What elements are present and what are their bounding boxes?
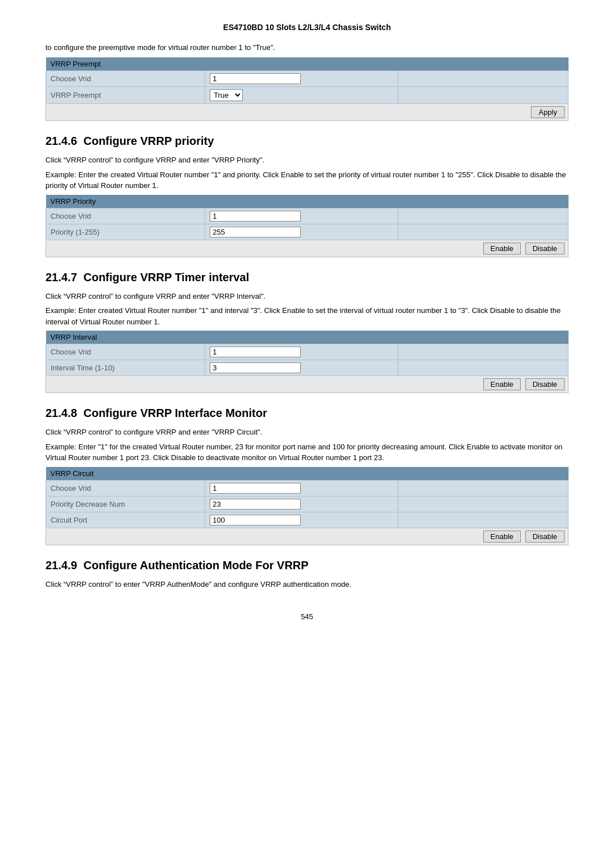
preempt-vrid-label: Choose Vrid [46, 71, 205, 87]
circuit-table-header: VRRP Circuit [46, 467, 569, 481]
circuit-port-value[interactable] [205, 512, 399, 528]
interval-button-cell: Enable Disable [46, 376, 569, 393]
page-header: ES4710BD 10 Slots L2/L3/L4 Chassis Switc… [45, 23, 569, 32]
preempt-vrid-row: Choose Vrid [46, 71, 569, 87]
circuit-port-row: Circuit Port [46, 512, 569, 528]
priority-value-row: Priority (1-255) [46, 224, 569, 240]
preempt-mode-value[interactable]: True False [205, 87, 399, 104]
preempt-table-header-row: VRRP Preempt [46, 57, 569, 71]
priority-table-header-row: VRRP Priority [46, 195, 569, 208]
priority-value-input[interactable] [210, 227, 301, 237]
interval-vrid-extra [399, 344, 569, 360]
interval-vrid-input[interactable] [210, 347, 301, 357]
section-46-para2: Example: Enter the created Virtual Route… [45, 169, 569, 191]
priority-table-header: VRRP Priority [46, 195, 569, 208]
circuit-port-extra [399, 512, 569, 528]
preempt-vrid-extra [399, 71, 569, 87]
interval-time-row: Interval Time (1-10) [46, 360, 569, 376]
interval-vrid-row: Choose Vrid [46, 344, 569, 360]
vrrp-preempt-table: VRRP Preempt Choose Vrid VRRP Preempt Tr… [45, 57, 569, 121]
preempt-table-header: VRRP Preempt [46, 57, 569, 71]
priority-vrid-value[interactable] [205, 208, 399, 224]
preempt-mode-row: VRRP Preempt True False [46, 87, 569, 104]
priority-vrid-input[interactable] [210, 211, 301, 222]
priority-button-row: Enable Disable [46, 240, 569, 257]
circuit-vrid-extra [399, 480, 569, 496]
preempt-vrid-value[interactable] [205, 71, 399, 87]
section-49-para1: Click “VRRP control” to enter "VRRP Auth… [45, 579, 569, 590]
interval-time-extra [399, 360, 569, 376]
priority-value-label: Priority (1-255) [46, 224, 205, 240]
interval-table-header-row: VRRP Interval [46, 331, 569, 344]
circuit-priority-row: Priority Decrease Num [46, 496, 569, 512]
circuit-port-label: Circuit Port [46, 512, 205, 528]
circuit-priority-value[interactable] [205, 496, 399, 512]
preempt-intro-text: to configure the preemptive mode for vir… [45, 43, 569, 52]
section-48-heading: 21.4.8 Configure VRRP Interface Monitor [45, 407, 569, 420]
circuit-vrid-label: Choose Vrid [46, 480, 205, 496]
priority-vrid-label: Choose Vrid [46, 208, 205, 224]
priority-vrid-extra [399, 208, 569, 224]
interval-vrid-label: Choose Vrid [46, 344, 205, 360]
section-46-para1: Click “VRRP control” to configure VRRP a… [45, 155, 569, 166]
priority-value-field[interactable] [205, 224, 399, 240]
section-46-heading: 21.4.6 Configure VRRP priority [45, 135, 569, 148]
circuit-port-input[interactable] [210, 515, 301, 525]
circuit-table-header-row: VRRP Circuit [46, 467, 569, 481]
interval-enable-button[interactable]: Enable [483, 378, 521, 390]
preempt-button-cell: Apply [46, 104, 569, 121]
priority-button-cell: Enable Disable [46, 240, 569, 257]
circuit-vrid-value[interactable] [205, 480, 399, 496]
circuit-priority-extra [399, 496, 569, 512]
interval-button-row: Enable Disable [46, 376, 569, 393]
priority-vrid-row: Choose Vrid [46, 208, 569, 224]
interval-time-input[interactable] [210, 362, 301, 373]
priority-enable-button[interactable]: Enable [483, 243, 521, 254]
preempt-mode-label: VRRP Preempt [46, 87, 205, 104]
preempt-mode-select[interactable]: True False [210, 89, 243, 101]
section-47-heading: 21.4.7 Configure VRRP Timer interval [45, 271, 569, 284]
circuit-priority-label: Priority Decrease Num [46, 496, 205, 512]
circuit-disable-button[interactable]: Disable [525, 531, 565, 542]
header-title: ES4710BD 10 Slots L2/L3/L4 Chassis Switc… [223, 23, 391, 32]
section-47-para2: Example: Enter created Virtual Router nu… [45, 305, 569, 327]
interval-table-header: VRRP Interval [46, 331, 569, 344]
circuit-vrid-row: Choose Vrid [46, 480, 569, 496]
section-47-para1: Click “VRRP control” to configure VRRP a… [45, 291, 569, 302]
interval-time-label: Interval Time (1-10) [46, 360, 205, 376]
circuit-priority-input[interactable] [210, 499, 301, 510]
vrrp-priority-table: VRRP Priority Choose Vrid Priority (1-25… [45, 195, 569, 257]
preempt-apply-button[interactable]: Apply [531, 106, 565, 118]
priority-value-extra [399, 224, 569, 240]
vrrp-circuit-table: VRRP Circuit Choose Vrid Priority Decrea… [45, 467, 569, 545]
circuit-button-row: Enable Disable [46, 528, 569, 545]
preempt-vrid-input[interactable] [210, 73, 301, 84]
interval-disable-button[interactable]: Disable [525, 378, 565, 390]
section-49-heading: 21.4.9 Configure Authentication Mode For… [45, 559, 569, 572]
vrrp-interval-table: VRRP Interval Choose Vrid Interval Time … [45, 331, 569, 393]
page-number: 545 [45, 612, 569, 621]
interval-time-value[interactable] [205, 360, 399, 376]
priority-disable-button[interactable]: Disable [525, 243, 565, 254]
circuit-vrid-input[interactable] [210, 483, 301, 494]
section-48-para1: Click “VRRP control” to configure VRRP a… [45, 427, 569, 438]
preempt-mode-extra [399, 87, 569, 104]
section-48-para2: Example: Enter "1" for the created Virtu… [45, 441, 569, 464]
interval-vrid-value[interactable] [205, 344, 399, 360]
circuit-button-cell: Enable Disable [46, 528, 569, 545]
preempt-button-row: Apply [46, 104, 569, 121]
circuit-enable-button[interactable]: Enable [483, 531, 521, 542]
